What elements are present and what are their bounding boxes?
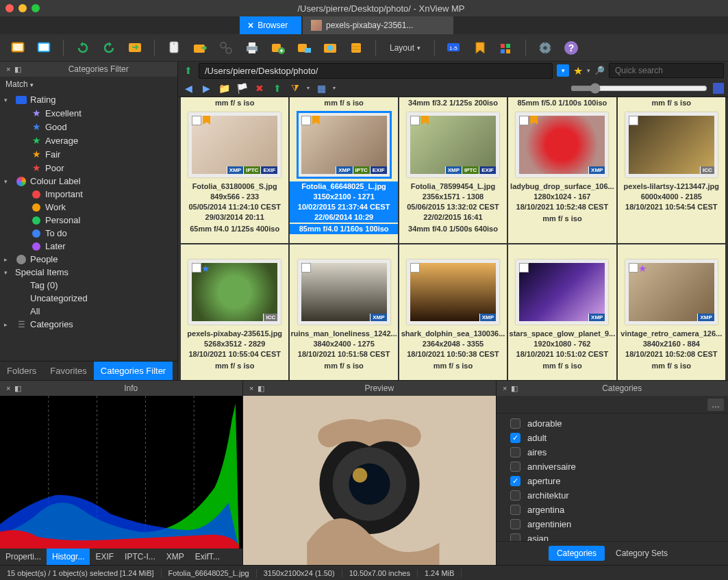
selection-checkbox[interactable] <box>192 263 201 273</box>
thumbnail-cell[interactable]: mm f/ s isoXMPIPTCEXIFFotolia_63180006_S… <box>181 97 288 243</box>
float-panel-icon[interactable]: ◧ <box>255 384 266 393</box>
copy-button[interactable] <box>164 38 184 58</box>
multipage-button[interactable] <box>347 38 366 58</box>
selection-checkbox[interactable] <box>519 263 529 273</box>
category-checkbox[interactable] <box>510 519 520 529</box>
cat-tab-sets[interactable]: Category Sets <box>607 546 676 561</box>
float-panel-icon[interactable]: ◧ <box>12 65 23 74</box>
category-checkbox[interactable] <box>510 490 520 501</box>
match-dropdown[interactable]: Match ▾ <box>0 77 177 92</box>
forward-button[interactable]: ▶ <box>200 82 212 94</box>
info-tab-xmp[interactable]: XMP <box>161 549 190 565</box>
thumbnail-cell[interactable]: XMPruins_man_loneliness_1242...3840x2400… <box>290 244 397 380</box>
tag-tool-button[interactable] <box>497 38 516 58</box>
tree-colour-later[interactable]: Later <box>0 240 177 253</box>
float-panel-icon[interactable]: ◧ <box>12 384 23 393</box>
thumbnail-cell[interactable]: 85mm f/5.0 1/100s 100isoXMPladybug_drop_… <box>508 97 616 243</box>
info-tab-properties[interactable]: Properti... <box>0 549 47 565</box>
close-panel-icon[interactable]: × <box>247 384 255 392</box>
bookmark-tool-button[interactable] <box>470 38 490 58</box>
rating-tool-button[interactable]: 1-5 <box>444 38 464 58</box>
category-row[interactable]: anniversaire <box>497 459 728 474</box>
thumbnail-cell[interactable]: 34mm f/3.2 1/125s 200isoXMPIPTCEXIFFotol… <box>399 97 507 243</box>
tab-folders[interactable]: Folders <box>0 362 43 380</box>
selection-checkbox[interactable] <box>629 116 638 125</box>
minimize-window-icon[interactable] <box>18 4 27 12</box>
selection-checkbox[interactable] <box>410 263 420 273</box>
thumbnail-image[interactable]: ★XMP <box>625 260 718 325</box>
category-checkbox[interactable] <box>510 462 520 472</box>
print-button[interactable] <box>242 38 262 58</box>
thumbnail-cell[interactable]: mm f/ s isoXMPIPTCEXIFFotolia_66648025_L… <box>290 97 397 243</box>
close-window-icon[interactable] <box>5 4 14 12</box>
info-tab-histogram[interactable]: Histogr... <box>47 549 90 565</box>
thumbnail-cell[interactable]: mm f/ s isoICCpexels-lilartsy-1213447.jp… <box>618 97 725 243</box>
tree-special-tag[interactable]: Tag (0) <box>0 279 177 292</box>
tree-special[interactable]: ▾Special Items <box>0 266 177 279</box>
flag-button[interactable]: 🏳️ <box>236 82 248 94</box>
categories-menu-button[interactable]: … <box>707 399 724 411</box>
tab-categories-filter[interactable]: Categories Filter <box>94 362 173 380</box>
selection-checkbox[interactable] <box>629 263 638 273</box>
tree-rating[interactable]: ▾Rating <box>0 93 177 106</box>
tree-colour-label[interactable]: ▾Colour Label <box>0 175 177 188</box>
delete-button[interactable]: ✖ <box>253 82 266 94</box>
tab-favorites[interactable]: Favorites <box>43 362 93 380</box>
selection-checkbox[interactable] <box>301 116 311 125</box>
thumbnail-image[interactable]: XMP <box>407 260 499 325</box>
tree-special-uncat[interactable]: Uncategorized <box>0 292 177 305</box>
slideshow-button[interactable] <box>34 38 53 58</box>
tree-rating-excellent[interactable]: ★Excellent <box>0 106 177 120</box>
cat-tab-categories[interactable]: Categories <box>549 546 605 561</box>
category-row[interactable]: asian <box>497 531 728 541</box>
back-button[interactable]: ◀ <box>182 82 194 94</box>
float-panel-icon[interactable]: ◧ <box>509 384 520 393</box>
tree-colour-important[interactable]: Important <box>0 188 177 201</box>
view-mode-button[interactable]: ▦ <box>315 82 327 94</box>
filter-button[interactable]: ⧩ <box>289 82 301 94</box>
rotate-right-button[interactable] <box>99 38 118 58</box>
capture-button[interactable] <box>321 38 340 58</box>
tree-rating-average[interactable]: ★Average <box>0 134 177 147</box>
category-row[interactable]: ✓adult <box>497 431 728 445</box>
category-row[interactable]: adorable <box>497 416 728 431</box>
category-row[interactable]: ✓aperture <box>497 474 728 488</box>
quick-search-input[interactable] <box>609 63 724 78</box>
fullscreen-button[interactable] <box>8 38 27 58</box>
export-button[interactable] <box>190 38 210 58</box>
thumbnail-cell[interactable]: ★XMPvintage_retro_camera_126...3840x2160… <box>618 244 725 380</box>
settings-button[interactable] <box>536 38 555 58</box>
tree-categories[interactable]: ▸☰Categories <box>0 318 177 331</box>
favorite-star-icon[interactable]: ★ <box>573 64 583 77</box>
convert-button[interactable] <box>125 38 145 58</box>
info-tab-iptc[interactable]: IPTC-I... <box>119 549 161 565</box>
help-button[interactable]: ? <box>562 38 581 58</box>
up-folder-icon[interactable]: ⬆ <box>182 64 194 77</box>
close-panel-icon[interactable]: × <box>501 384 509 392</box>
tab-browser[interactable]: × Browser <box>240 16 301 34</box>
path-input[interactable] <box>199 63 553 79</box>
thumbnail-image[interactable]: XMPIPTCEXIF <box>298 112 390 177</box>
thumbnail-image[interactable]: XMP <box>298 260 390 325</box>
category-checkbox[interactable] <box>510 418 520 429</box>
thumbnail-image[interactable]: XMP <box>516 260 608 325</box>
category-checkbox[interactable] <box>510 447 520 457</box>
category-row[interactable]: architektur <box>497 488 728 503</box>
tree-special-all[interactable]: All <box>0 305 177 318</box>
thumbnail-image[interactable]: ★ICC <box>188 260 281 325</box>
thumbnail-image[interactable]: XMPIPTCEXIF <box>188 112 281 177</box>
category-row[interactable]: aires <box>497 445 728 459</box>
selection-checkbox[interactable] <box>192 116 201 125</box>
tree-colour-personal[interactable]: Personal <box>0 214 177 227</box>
thumbnail-image[interactable]: ICC <box>625 112 718 177</box>
chevron-down-icon[interactable]: ▾ <box>587 67 590 74</box>
category-checkbox[interactable] <box>510 533 520 541</box>
zoom-window-icon[interactable] <box>32 4 40 12</box>
thumbnail-image[interactable]: XMP <box>516 112 608 177</box>
tree-colour-todo[interactable]: To do <box>0 227 177 240</box>
selection-checkbox[interactable] <box>519 116 529 125</box>
tree-rating-poor[interactable]: ★Poor <box>0 161 177 175</box>
info-tab-exiftool[interactable]: ExifT... <box>190 549 225 565</box>
rotate-left-button[interactable] <box>73 38 92 58</box>
batch-convert-button[interactable] <box>268 38 288 58</box>
